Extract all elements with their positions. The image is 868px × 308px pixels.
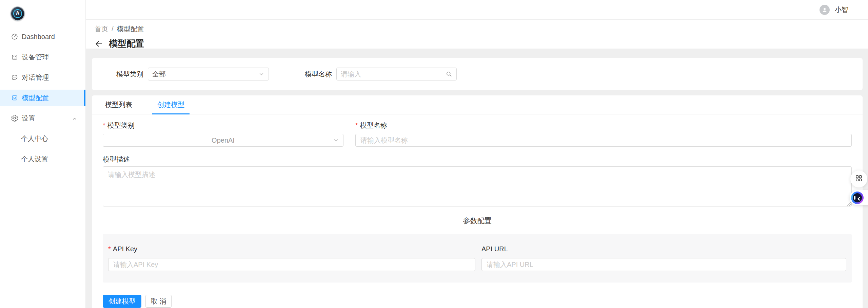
tab-create-model[interactable]: 创建模型 xyxy=(152,95,190,114)
sidebar-subitem-personal-settings[interactable]: 个人设置 xyxy=(0,151,85,167)
gear-icon xyxy=(11,114,18,122)
filter-category-value: 全部 xyxy=(152,70,166,79)
sidebar-item-label: 设置 xyxy=(22,114,35,123)
param-config-title: 参数配置 xyxy=(463,216,492,225)
app-logo[interactable]: A xyxy=(11,6,25,21)
model-config-card: 模型列表 创建模型 * 模型类别 OpenAI xyxy=(92,95,863,308)
tab-label: 创建模型 xyxy=(157,100,184,109)
filter-bar: 模型类别 全部 模型名称 xyxy=(92,58,863,90)
sidebar-subitem-label: 个人设置 xyxy=(21,155,48,164)
api-key-input[interactable] xyxy=(108,258,475,271)
back-arrow-icon[interactable] xyxy=(95,39,103,48)
settings-submenu: 个人中心 个人设置 xyxy=(0,130,85,167)
filter-category-label: 模型类别 xyxy=(116,70,143,79)
sidebar-item-label: Dashboard xyxy=(22,33,55,41)
filter-name-label: 模型名称 xyxy=(305,70,332,79)
sidebar-subitem-label: 个人中心 xyxy=(21,134,48,143)
model-description-field xyxy=(103,166,852,206)
sidebar-subitem-personal-center[interactable]: 个人中心 xyxy=(0,130,85,147)
required-marker: * xyxy=(355,122,358,129)
create-model-button[interactable]: 创建模型 xyxy=(103,295,141,308)
logo-ring-icon: A xyxy=(13,9,22,18)
page-header: 首页 / 模型配置 模型配置 xyxy=(86,20,868,49)
username: 小智 xyxy=(835,5,848,14)
sidebar: A Dashboard 设备管理 对话管理 模型配置 xyxy=(0,0,86,308)
sidebar-item-label: 模型配置 xyxy=(22,93,49,103)
breadcrumb-separator: / xyxy=(112,25,114,33)
cancel-button[interactable]: 取 消 xyxy=(145,295,172,308)
tab-label: 模型列表 xyxy=(105,100,132,109)
tab-model-list[interactable]: 模型列表 xyxy=(100,95,137,114)
assistant-robot-button[interactable] xyxy=(850,190,868,205)
model-category-label: * 模型类别 xyxy=(103,121,343,129)
create-model-form: * 模型类别 OpenAI * 模型名称 模型描述 xyxy=(92,121,863,308)
sidebar-item-dashboard[interactable]: Dashboard xyxy=(0,29,85,45)
required-marker: * xyxy=(103,122,105,129)
sidebar-menu: Dashboard 设备管理 对话管理 模型配置 设置 xyxy=(0,29,85,171)
model-icon xyxy=(11,94,18,102)
model-description-label: 模型描述 xyxy=(103,155,852,163)
grid-icon xyxy=(855,174,863,184)
page-title: 模型配置 xyxy=(109,38,144,50)
sidebar-item-device-management[interactable]: 设备管理 xyxy=(0,49,85,65)
api-url-input[interactable] xyxy=(481,258,846,271)
filter-name-input[interactable] xyxy=(341,70,446,78)
breadcrumb-current: 模型配置 xyxy=(117,24,144,34)
model-category-value: OpenAI xyxy=(212,137,235,144)
tabbar: 模型列表 创建模型 xyxy=(92,95,863,114)
api-key-label: * API Key xyxy=(108,245,475,253)
required-marker: * xyxy=(108,245,111,253)
model-description-textarea[interactable] xyxy=(103,166,852,206)
model-name-input[interactable] xyxy=(355,134,852,147)
param-config-divider: 参数配置 xyxy=(103,216,852,225)
chevron-down-icon xyxy=(258,71,264,77)
param-config-panel: * API Key API URL xyxy=(103,234,852,283)
model-category-select[interactable]: OpenAI xyxy=(103,134,343,147)
dashboard-icon xyxy=(11,33,18,40)
api-url-label: API URL xyxy=(481,245,846,253)
top-header: 小智 xyxy=(86,0,868,19)
model-name-label: * 模型名称 xyxy=(355,121,852,129)
sidebar-item-settings[interactable]: 设置 xyxy=(0,110,85,126)
filter-category-select[interactable]: 全部 xyxy=(148,68,269,80)
breadcrumb-home[interactable]: 首页 xyxy=(95,24,108,34)
sidebar-item-model-config[interactable]: 模型配置 xyxy=(0,90,85,106)
form-actions: 创建模型 取 消 xyxy=(103,295,852,308)
user-menu[interactable]: 小智 xyxy=(820,0,848,19)
search-icon[interactable] xyxy=(446,71,452,77)
chevron-down-icon xyxy=(333,137,339,143)
avatar xyxy=(820,5,830,15)
chevron-up-icon xyxy=(72,115,77,121)
breadcrumb: 首页 / 模型配置 xyxy=(95,24,868,34)
sidebar-item-label: 对话管理 xyxy=(22,73,49,82)
device-icon xyxy=(11,53,18,61)
widget-grid-button[interactable] xyxy=(850,170,867,187)
filter-name-field xyxy=(336,68,457,80)
sidebar-item-dialog-management[interactable]: 对话管理 xyxy=(0,69,85,86)
logo-letter: A xyxy=(16,11,20,16)
chat-icon xyxy=(11,74,18,81)
sidebar-item-label: 设备管理 xyxy=(22,53,49,62)
robot-icon xyxy=(851,192,864,204)
